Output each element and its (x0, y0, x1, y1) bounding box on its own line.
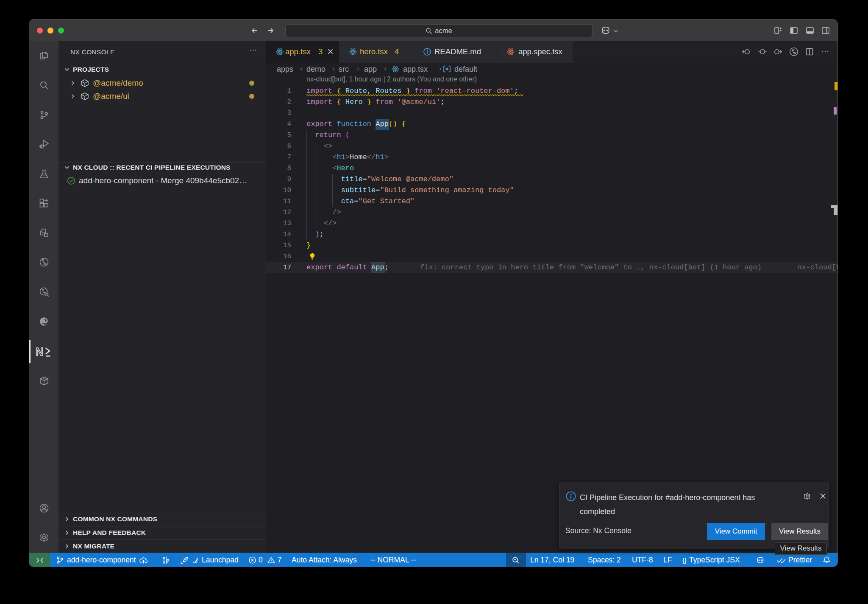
svg-text:N: N (36, 346, 43, 358)
